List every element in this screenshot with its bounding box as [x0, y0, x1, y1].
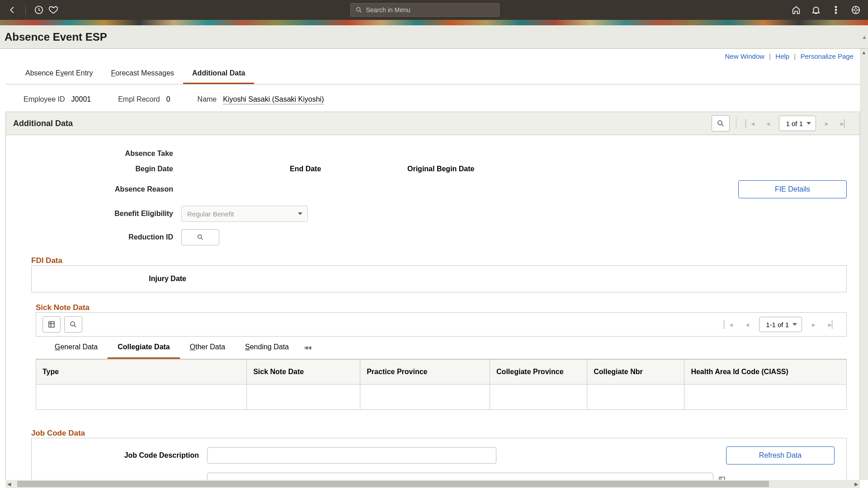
- job-code-body: Job Code Description Refresh Data: [31, 438, 847, 480]
- last-icon[interactable]: ▸▏: [838, 119, 852, 128]
- col-practice-province[interactable]: Practice Province: [360, 360, 490, 385]
- grid-find-button[interactable]: [64, 316, 82, 333]
- notifications-icon[interactable]: [811, 5, 821, 15]
- absence-take-label: Absence Take: [19, 150, 181, 158]
- col-type[interactable]: Type: [36, 360, 247, 385]
- prev-icon[interactable]: ◂: [764, 119, 773, 128]
- sick-note-tabs: General Data Collegiate Data Other Data …: [36, 337, 847, 359]
- reduction-id-lookup[interactable]: [181, 229, 219, 245]
- svg-point-6: [718, 121, 722, 125]
- col-collegiate-province[interactable]: Collegiate Province: [490, 360, 587, 385]
- search-icon: [355, 6, 363, 14]
- decorative-strip: [0, 20, 868, 25]
- grid-pager-dropdown[interactable]: 1-1 of 1: [759, 317, 802, 332]
- tab-additional-data[interactable]: Additional Data: [183, 64, 254, 84]
- table-row: [36, 385, 847, 410]
- tab-absence-event-entry[interactable]: Absence Event Entry: [16, 64, 102, 84]
- employee-name-value: Kiyoshi Sasaki (Sasaki Kiyoshi): [223, 95, 324, 104]
- page-titlebar: Absence Event ESP ▲: [0, 25, 868, 49]
- employee-header: Employee IDJ0001 Empl Record0 NameKiyosh…: [5, 84, 860, 112]
- grid-settings-button[interactable]: [42, 316, 61, 333]
- search-box[interactable]: [350, 3, 500, 17]
- grid-prev-icon[interactable]: ◂: [743, 320, 752, 329]
- fie-details-button[interactable]: FIE Details: [738, 180, 847, 198]
- absence-reason-label: Absence Reason: [19, 185, 181, 193]
- tab-sending-data[interactable]: Sending Data: [235, 337, 299, 359]
- grid-next-icon[interactable]: ▸: [809, 320, 818, 329]
- expand-textarea-icon[interactable]: [718, 476, 726, 480]
- tab-row: Absence Event Entry Forecast Messages Ad…: [5, 64, 860, 84]
- employee-id-label: Employee ID: [24, 95, 65, 103]
- job-code-title: Job Code Data: [31, 429, 847, 438]
- col-collegiate-nbr[interactable]: Collegiate Nbr: [587, 360, 684, 385]
- show-all-tabs-icon[interactable]: [304, 345, 312, 351]
- orig-begin-date-label: Original Begin Date: [407, 165, 474, 173]
- help-link[interactable]: Help: [775, 52, 789, 60]
- utility-links: New Window | Help | Personalize Page: [5, 49, 860, 62]
- search-input[interactable]: [366, 6, 495, 14]
- empl-record-label: Empl Record: [118, 95, 160, 103]
- name-label: Name: [198, 95, 217, 103]
- additional-data-title: Additional Data: [13, 119, 73, 128]
- tab-forecast-messages[interactable]: Forecast Messages: [102, 64, 183, 84]
- tab-collegiate-data[interactable]: Collegiate Data: [108, 337, 180, 359]
- page-title: Absence Event ESP: [5, 31, 107, 43]
- vertical-scrollbar[interactable]: ▲: [860, 49, 868, 480]
- first-icon[interactable]: ▏◂: [743, 119, 757, 128]
- sick-note-table: Type Sick Note Date Practice Province Co…: [36, 359, 847, 410]
- job-code-desc-label: Job Code Description: [44, 451, 207, 460]
- topbar: [0, 0, 868, 20]
- back-icon[interactable]: [7, 5, 17, 15]
- svg-point-7: [198, 235, 202, 239]
- additional-data-body: Absence Take Begin Date End Date Origina…: [5, 135, 860, 480]
- injury-date-label: Injury Date: [44, 275, 194, 283]
- end-date-label: End Date: [290, 165, 321, 173]
- job-code-desc-input[interactable]: [207, 447, 496, 464]
- col-health-area[interactable]: Health Area Id Code (CIASS): [684, 360, 847, 385]
- additional-data-header: Additional Data ▏◂ ◂ 1 of 1 ▸ ▸▏: [5, 112, 860, 135]
- horizontal-scrollbar[interactable]: ◀ ▶: [5, 480, 860, 488]
- tab-general-data[interactable]: General Data: [45, 337, 108, 359]
- employee-id-value: J0001: [71, 95, 91, 103]
- job-code-second-input[interactable]: [207, 473, 713, 480]
- sick-note-toolbar: ▏◂ ◂ 1-1 of 1 ▸ ▸▏: [36, 312, 847, 337]
- fdi-data-title: FDI Data: [31, 256, 847, 265]
- next-icon[interactable]: ▸: [822, 119, 831, 128]
- svg-point-4: [835, 12, 836, 14]
- sick-note-title: Sick Note Data: [36, 303, 847, 312]
- reduction-id-label: Reduction ID: [19, 233, 181, 241]
- pager-dropdown[interactable]: 1 of 1: [779, 116, 816, 131]
- col-sick-note-date[interactable]: Sick Note Date: [247, 360, 360, 385]
- begin-date-label: Begin Date: [19, 165, 181, 173]
- navbar-icon[interactable]: [851, 5, 861, 15]
- fdi-panel: Injury Date: [31, 265, 847, 292]
- refresh-data-button[interactable]: Refresh Data: [726, 446, 835, 465]
- new-window-link[interactable]: New Window: [725, 52, 765, 60]
- personalize-link[interactable]: Personalize Page: [800, 52, 854, 60]
- grid-last-icon[interactable]: ▸▏: [826, 320, 840, 329]
- empl-record-value: 0: [166, 95, 170, 103]
- grid-first-icon[interactable]: ▏◂: [721, 320, 736, 329]
- collapse-header-icon[interactable]: ▲: [862, 34, 867, 40]
- content-area: New Window | Help | Personalize Page Abs…: [5, 49, 860, 480]
- benefit-eligibility-select[interactable]: Regular Benefit: [181, 206, 308, 222]
- history-icon[interactable]: [34, 5, 44, 15]
- tab-other-data[interactable]: Other Data: [180, 337, 235, 359]
- svg-rect-8: [49, 322, 54, 327]
- favorite-icon[interactable]: [48, 5, 58, 15]
- svg-point-2: [835, 6, 836, 8]
- find-button[interactable]: [712, 115, 730, 131]
- svg-point-9: [71, 322, 75, 326]
- svg-point-3: [835, 9, 836, 10]
- svg-point-1: [356, 8, 360, 11]
- actions-menu-icon[interactable]: [831, 5, 841, 15]
- home-icon[interactable]: [791, 5, 801, 15]
- benefit-eligibility-label: Benefit Eligibility: [19, 210, 181, 218]
